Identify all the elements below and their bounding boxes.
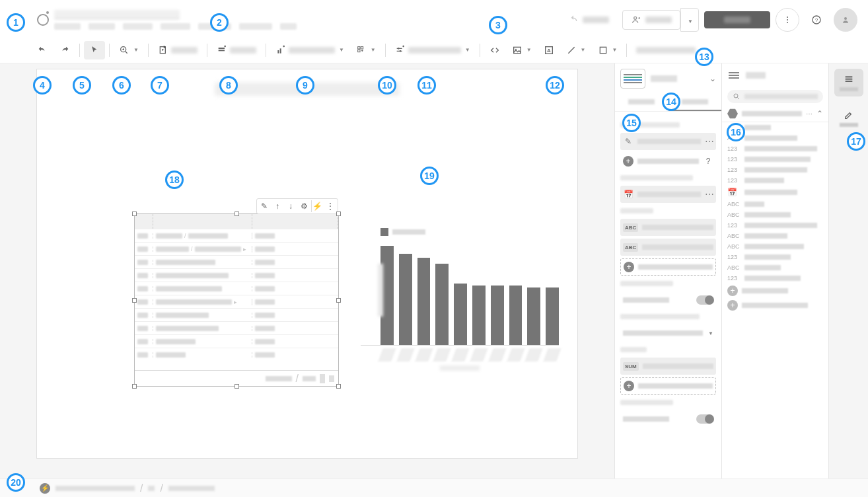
annotation-marker: 15 [622, 114, 641, 132]
chart-bar [546, 287, 559, 345]
more-dots-icon[interactable]: ⋯ [705, 136, 713, 147]
annotation-marker: 20 [7, 473, 25, 492]
panel-field-row[interactable] [620, 291, 716, 309]
text-button[interactable]: A [538, 41, 560, 59]
undo-icon [37, 45, 48, 56]
svg-point-1 [787, 17, 788, 18]
resize-handle[interactable] [336, 211, 341, 216]
account-avatar[interactable] [834, 8, 857, 32]
bolt-status-icon[interactable]: ⚡ [40, 483, 50, 494]
data-field-item[interactable]: 123 [722, 252, 828, 262]
panel-section-label [620, 208, 653, 213]
arrow-down-icon[interactable]: ↓ [285, 200, 297, 212]
resize-handle[interactable] [132, 211, 137, 216]
help-icon[interactable]: ? [703, 156, 713, 167]
data-field-item[interactable]: ABC [722, 231, 828, 241]
document-title[interactable] [54, 10, 180, 19]
add-data-button[interactable] [211, 41, 262, 59]
add-chart-button[interactable]: ▼ [270, 41, 349, 59]
add-control-button[interactable]: ▼ [390, 41, 476, 59]
data-field-item[interactable]: ABC [722, 210, 828, 220]
data-field-item[interactable]: 📅 [722, 186, 828, 199]
add-field-row[interactable]: + [722, 284, 828, 298]
datasource-row[interactable]: ⋯ ⌃ [722, 106, 828, 122]
menu-item[interactable] [239, 23, 272, 30]
more-icon[interactable]: ⋮ [324, 200, 336, 212]
resize-handle[interactable] [132, 298, 137, 303]
type-text-icon: ABC [727, 233, 741, 239]
panel-field-row[interactable]: +? [620, 153, 716, 170]
data-field-item[interactable]: ABC [722, 199, 828, 210]
panel-field-row[interactable]: ▼ [620, 325, 716, 342]
panel-field-row[interactable]: + [620, 258, 716, 276]
resize-handle[interactable] [336, 298, 341, 303]
panel-field-row[interactable]: 📅⋯ [620, 186, 716, 203]
add-field-row[interactable]: + [722, 298, 828, 313]
tab-style[interactable] [615, 94, 669, 111]
share-dropdown[interactable]: ▼ [680, 8, 699, 32]
panel-field-row[interactable]: SUM [620, 358, 716, 375]
menu-item[interactable] [280, 23, 297, 30]
embed-button[interactable] [484, 41, 505, 59]
zoom-button[interactable]: ▼ [114, 41, 144, 59]
type-number-icon: 123 [727, 222, 741, 229]
data-field-item[interactable]: 123 [722, 175, 828, 186]
resize-handle[interactable] [235, 211, 239, 216]
chart-type-selector[interactable]: ⌄ [615, 63, 721, 94]
svg-rect-25 [845, 79, 852, 80]
data-field-item[interactable]: 123 [722, 220, 828, 231]
view-button[interactable] [704, 11, 770, 28]
data-field-item[interactable]: 123 [722, 154, 828, 165]
report-canvas[interactable]: ✎ ↑ ↓ ⚙ ⚡ ⋮ //▸▸ [36, 69, 578, 459]
theme-button[interactable] [631, 43, 701, 57]
redo-button[interactable] [54, 41, 75, 59]
panel-field-row[interactable]: ABC [620, 219, 716, 236]
undo-button[interactable] [32, 41, 53, 59]
table-pagination[interactable]: / [135, 370, 338, 386]
sliders-icon[interactable]: ⚙ [298, 200, 310, 212]
arrow-up-icon[interactable]: ↑ [271, 200, 283, 212]
menu-item[interactable] [54, 23, 81, 30]
data-field-item[interactable]: ABC [722, 241, 828, 252]
bar-chart-component[interactable] [361, 228, 559, 387]
add-page-button[interactable] [153, 41, 203, 59]
annotation-marker: 4 [33, 76, 52, 95]
toggle-switch[interactable] [696, 295, 713, 305]
edit-icon[interactable]: ✎ [258, 200, 270, 212]
menu-item[interactable] [161, 23, 190, 30]
collapse-icon[interactable]: ⌃ [816, 109, 823, 118]
panel-field-row[interactable]: ✎⋯ [620, 133, 716, 150]
person-icon [840, 15, 851, 25]
bolt-icon[interactable]: ⚡ [311, 200, 323, 212]
line-button[interactable]: ▼ [561, 41, 591, 59]
title-area [54, 10, 555, 30]
more-dots-icon[interactable]: ⋯ [705, 189, 713, 200]
image-button[interactable]: ▼ [507, 41, 537, 59]
share-button[interactable] [622, 10, 680, 30]
select-button[interactable] [84, 41, 105, 59]
header-undo-button[interactable] [560, 11, 617, 29]
mode-style-button[interactable] [834, 104, 863, 132]
panel-section-label [620, 314, 700, 319]
toggle-switch[interactable] [696, 414, 713, 424]
help-button[interactable]: ? [805, 8, 828, 32]
panel-field-row[interactable] [620, 410, 716, 428]
menu-item[interactable] [123, 23, 153, 30]
shape-button[interactable]: ▼ [593, 41, 623, 59]
data-field-item[interactable]: ABC [722, 262, 828, 273]
data-field-item[interactable]: 123 [722, 143, 828, 154]
data-field-item[interactable]: 123 [722, 273, 828, 284]
table-component[interactable]: ✎ ↑ ↓ ⚙ ⚡ ⋮ //▸▸ [134, 213, 339, 387]
field-search[interactable] [727, 90, 823, 103]
panel-field-row[interactable]: + [620, 377, 716, 395]
panel-field-row[interactable]: ABC [620, 239, 716, 256]
mode-data-button[interactable] [834, 69, 863, 96]
add-community-button[interactable]: ▼ [351, 41, 381, 59]
field-label [638, 383, 713, 389]
panel-section-label [620, 281, 673, 286]
app-logo-icon[interactable] [37, 14, 49, 26]
menu-item[interactable] [89, 23, 115, 30]
more-options-button[interactable] [776, 8, 799, 32]
data-field-item[interactable]: 123 [722, 165, 828, 175]
x-tick-label [415, 348, 433, 362]
